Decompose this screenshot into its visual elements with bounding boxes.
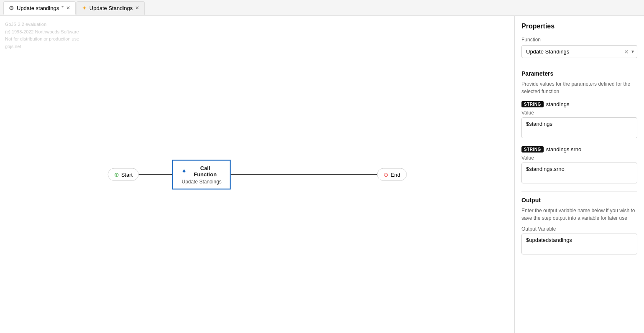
call-function-title: Call Function (189, 165, 222, 177)
param-type-badge-standings: STRING (521, 101, 544, 107)
param-type-badge-standings-srno: STRING (521, 146, 544, 153)
divider (521, 65, 637, 65)
start-label: Start (121, 171, 133, 178)
select-clear-icon[interactable]: ✕ (624, 48, 629, 55)
function-select-wrapper: Update Standings ✕ ▼ (521, 45, 637, 58)
value-label-standings-srno: Value (521, 155, 637, 161)
param-value-standings[interactable]: $standings (521, 117, 637, 138)
param-header-standings-srno: STRING standings.srno (521, 146, 637, 153)
tab-update-standings-detail[interactable]: ✦ Update Standings ✕ (77, 1, 145, 15)
end-label: End (391, 171, 400, 178)
divider-2 (521, 191, 637, 192)
start-icon: ⊕ (114, 171, 119, 178)
tab-modified-indicator: * (61, 5, 64, 11)
end-icon: ⊖ (383, 171, 388, 178)
connector-start-to-call (139, 174, 172, 175)
tab-settings-icon: ⚙ (9, 5, 14, 11)
output-variable-input[interactable]: $updatedstandings (521, 234, 637, 254)
tab-bar: ⚙ Update standings * ✕ ✦ Update Standing… (0, 0, 644, 16)
param-row-standings-srno: STRING standings.srno Value $standings.s… (521, 146, 637, 185)
tab-close-button[interactable]: ✕ (66, 5, 70, 10)
tab-gear-icon: ✦ (82, 5, 87, 11)
param-value-standings-srno[interactable]: $standings.srno (521, 163, 637, 183)
function-label: Function (521, 37, 637, 43)
flow-diagram: ⊕ Start ✦ Call Function Update Standings… (108, 160, 407, 189)
end-node[interactable]: ⊖ End (377, 168, 406, 181)
tab-update-standings-flow[interactable]: ⚙ Update standings * ✕ (3, 1, 76, 15)
call-function-icon: ✦ (181, 168, 187, 174)
tab-label: Update Standings (89, 5, 133, 11)
parameters-heading: Parameters (521, 70, 637, 77)
call-function-subtitle: Update Standings (181, 178, 221, 184)
connector-call-to-end (231, 174, 377, 175)
output-variable-label: Output Variable (521, 226, 637, 232)
parameters-description: Provide values for the parameters define… (521, 80, 637, 95)
watermark: GoJS 2.2 evaluation (c) 1998-2022 Northw… (5, 21, 79, 50)
output-description: Enter the output variable name below if … (521, 207, 637, 222)
call-function-node[interactable]: ✦ Call Function Update Standings (172, 160, 231, 189)
function-select[interactable]: Update Standings (521, 45, 637, 58)
panel-title: Properties (521, 23, 637, 30)
param-header-standings: STRING standings (521, 101, 637, 107)
param-row-standings: STRING standings Value $standings (521, 101, 637, 140)
output-heading: Output (521, 197, 637, 203)
value-label-standings: Value (521, 110, 637, 116)
tab-label: Update standings (17, 5, 59, 11)
start-node[interactable]: ⊕ Start (108, 168, 139, 181)
param-name-standings: standings (546, 101, 570, 107)
main-area: GoJS 2.2 evaluation (c) 1998-2022 Northw… (0, 16, 644, 333)
canvas-area[interactable]: GoJS 2.2 evaluation (c) 1998-2022 Northw… (0, 16, 514, 333)
properties-panel: Properties Function Update Standings ✕ ▼… (514, 16, 644, 333)
tab-close-button[interactable]: ✕ (135, 5, 139, 10)
param-name-standings-srno: standings.srno (546, 146, 582, 153)
